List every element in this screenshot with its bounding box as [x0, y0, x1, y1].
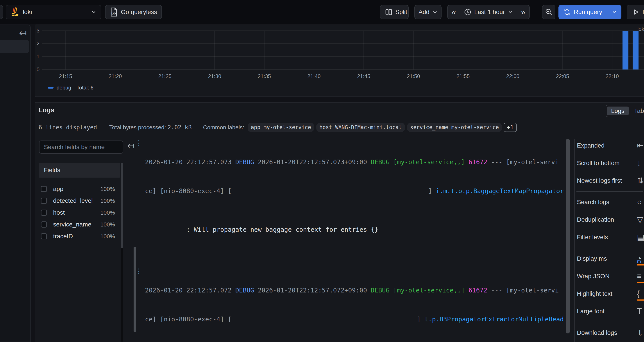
label-chip[interactable]: app=my-otel-service — [248, 123, 314, 132]
logs-option[interactable]: Scroll to bottom ↓ — [575, 154, 644, 172]
log-service: [my-otel-service,,] — [393, 157, 465, 167]
row-menu-icon[interactable] — [136, 266, 142, 342]
log-volume-chart-panel — [35, 24, 644, 97]
go-queryless-button[interactable]: LOG Go queryless — [105, 5, 162, 19]
logs-option[interactable]: Search logs ○ — [575, 193, 644, 211]
log-thread-start: [my-otel-servi — [506, 286, 559, 295]
field-row[interactable]: traceID 100% — [38, 230, 120, 242]
field-name: detected_level — [53, 197, 93, 204]
log-level-inline: DEBUG — [371, 286, 390, 295]
row-menu-icon[interactable] — [136, 138, 142, 264]
field-checkbox[interactable] — [41, 210, 47, 216]
option-icon: ⇤ — [637, 139, 644, 152]
field-checkbox[interactable] — [41, 198, 47, 204]
option-icon: ▤ — [637, 231, 644, 244]
fields-scrollbar-thumb[interactable] — [121, 163, 123, 248]
more-labels-badge[interactable]: +1 — [504, 123, 516, 132]
add-button[interactable]: Add — [414, 5, 442, 19]
log-row[interactable]: 2026-01-20 22:12:57.073 DEBUG 2026-01-20… — [136, 138, 564, 264]
log-iso-timestamp: 2026-01-20T22:12:57.073+09:00 — [258, 157, 367, 167]
logs-option[interactable]: Download logs ⇩ — [575, 324, 644, 342]
run-query-label: Run query — [574, 8, 602, 15]
logs-option[interactable]: Display ms ◔ m — [575, 250, 644, 268]
legend-total: Total: 6 — [76, 85, 94, 91]
field-row[interactable]: detected_level 100% — [38, 195, 120, 207]
field-row[interactable]: host 100% — [38, 207, 120, 219]
common-labels-chips: app=my-otel-servicehost=WANG-DIMac-mini.… — [248, 123, 502, 132]
option-active-underline — [637, 300, 644, 301]
go-queryless-label: Go queryless — [121, 8, 157, 15]
chevron-down-icon — [612, 10, 617, 13]
option-icon: ⇅ — [637, 174, 644, 187]
collapse-fields-icon[interactable]: ↤ — [127, 141, 135, 150]
logs-option[interactable]: Filter levels ▤ — [575, 228, 644, 246]
log-thread-cont: ce] [nio-8080-exec-4] [ — [145, 315, 232, 324]
log-lines: 2026-01-20 22:12:57.072 DEBUG 2026-01-20… — [145, 266, 564, 342]
left-drawer-selected-item[interactable] — [0, 40, 29, 53]
log-level: DEBUG — [235, 286, 254, 295]
logs-option[interactable]: Newest logs first ⇅ — [575, 172, 644, 189]
label-chip[interactable]: host=WANG-DIMac-mini.local — [316, 123, 405, 132]
loki-logo-icon — [11, 6, 20, 18]
logs-option[interactable]: Large font T — [575, 303, 644, 320]
log-timestamp: 2026-01-20 22:12:57.073 — [145, 157, 232, 167]
logs-scrollbar-thumb[interactable] — [566, 139, 570, 334]
field-coverage: 100% — [100, 198, 115, 204]
chart-legend[interactable]: debug Total: 6 — [48, 85, 94, 91]
time-shift-back-button[interactable] — [448, 5, 460, 19]
view-tab[interactable]: Table — [630, 106, 644, 115]
zoom-out-icon — [545, 8, 552, 16]
log-row[interactable]: 2026-01-20 22:12:57.072 DEBUG 2026-01-20… — [136, 266, 564, 342]
logs-option[interactable]: Wrap JSON ≡ — [575, 268, 644, 285]
field-coverage: 100% — [100, 221, 115, 228]
log-service: [my-otel-service,,] — [393, 286, 465, 295]
split-button[interactable]: Split — [380, 5, 409, 19]
option-icon: ○ — [637, 196, 644, 209]
log-thread-cont: ce] [nio-8080-exec-4] [ — [145, 186, 232, 196]
run-query-button: Run query — [558, 5, 622, 19]
field-name: app — [53, 185, 64, 193]
toolbar-left-partial-button[interactable] — [0, 5, 3, 19]
view-tab[interactable]: Logs — [607, 106, 629, 115]
logs-panel-title: Logs — [38, 106, 54, 114]
field-row[interactable]: service_name 100% — [38, 219, 120, 230]
run-query-main[interactable]: Run query — [558, 5, 607, 19]
time-range-button[interactable]: Last 1 hour — [460, 5, 517, 19]
view-tab-label: Table — [634, 107, 644, 114]
field-row[interactable]: app 100% — [38, 183, 120, 195]
run-query-dropdown[interactable] — [607, 5, 622, 19]
log-pid: 61672 — [468, 157, 488, 167]
fields-list: app 100% detected_level 100% host 100% s… — [38, 183, 120, 242]
live-button[interactable]: L — [627, 5, 644, 19]
time-shift-forward-button[interactable] — [517, 5, 529, 19]
field-checkbox[interactable] — [41, 233, 47, 239]
label-chip[interactable]: service_name=my-otel-service — [407, 123, 502, 132]
toolbar: loki LOG Go queryless Split Add — [0, 0, 644, 24]
datasource-picker[interactable]: loki — [6, 5, 101, 19]
log-logger-class: i.m.t.o.p.BaggageTextMapPropagator — [436, 186, 564, 196]
log-message: : Will propagate new baggage context for… — [183, 226, 378, 233]
fields-section-header[interactable]: Fields — [38, 163, 120, 178]
field-name: service_name — [53, 221, 91, 228]
field-coverage: 100% — [100, 233, 115, 240]
play-icon — [632, 8, 640, 16]
add-label: Add — [418, 8, 430, 15]
logs-option[interactable]: Highlight text { — [575, 285, 644, 303]
logs-meta-row: 6 lines displayed Total bytes processed:… — [38, 122, 517, 132]
log-pid: 61672 — [468, 286, 488, 295]
logs-option[interactable]: Expanded ⇤ — [575, 137, 644, 154]
zoom-out-button[interactable] — [542, 5, 556, 19]
grafana-explore-screen: loki LOG Go queryless Split Add — [0, 0, 644, 342]
log-thread-start: [my-otel-servi — [506, 157, 559, 167]
search-fields-input[interactable] — [39, 141, 123, 154]
logs-options-sidebar: Expanded ⇤ Scroll to bottom ↓ Newest log… — [575, 137, 644, 342]
collapse-left-icon[interactable]: ↤ — [19, 28, 27, 38]
log-level-inline: DEBUG — [371, 157, 390, 167]
field-checkbox[interactable] — [41, 186, 47, 192]
log-iso-timestamp: 2026-01-20T22:12:57.072+09:00 — [258, 286, 367, 295]
log-separator: --- — [491, 157, 502, 167]
field-checkbox[interactable] — [41, 221, 47, 228]
live-label: L — [642, 8, 644, 15]
logs-option[interactable]: Deduplication ▽ — [575, 211, 644, 228]
option-label: Download logs — [577, 329, 617, 336]
